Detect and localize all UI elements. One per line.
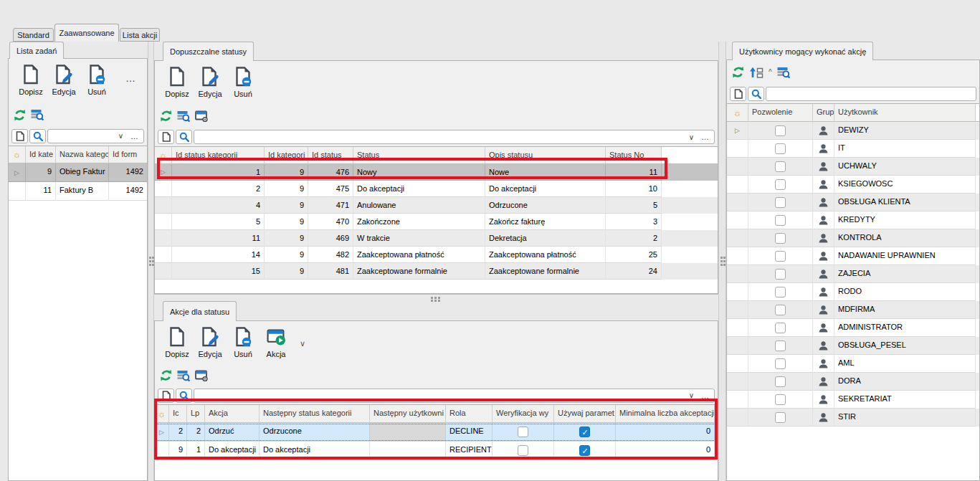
table-row[interactable]: 159481Zaakceptowane formalnieZaakceptowa… — [155, 263, 718, 280]
username-cell[interactable]: OBSŁUGA KLIENTA — [834, 194, 976, 211]
chevron-down-icon[interactable]: ∨ — [300, 325, 305, 348]
chevron-down-icon[interactable]: ∨ — [689, 391, 694, 399]
usun-button[interactable]: Usuń — [227, 65, 260, 98]
username-cell[interactable]: AML — [834, 355, 976, 373]
table-row[interactable]: 29475Do akceptacjiDo akceptacji10 — [155, 181, 718, 197]
column-header[interactable]: Id form — [109, 146, 147, 163]
table-row[interactable]: ▷DEWIZY — [727, 122, 979, 140]
username-cell[interactable]: ZAJECIA — [834, 265, 976, 283]
search-button[interactable] — [29, 129, 46, 143]
column-header[interactable]: Weryfikacja wy — [493, 405, 554, 423]
table-row[interactable]: DORA — [727, 373, 979, 391]
table-row[interactable]: 119469W trakcieDekretacja2 — [155, 230, 718, 247]
table-row[interactable]: 91Do akceptacjiDo akceptacjiRECIPIENT0 — [155, 442, 718, 460]
grid-search-icon[interactable] — [177, 110, 190, 122]
table-row[interactable]: ADMINISTRATOR — [727, 319, 979, 337]
checkbox-unchecked[interactable] — [775, 251, 786, 262]
table-row[interactable]: 149482Zaakceptowana płatnośćZaakceptowan… — [155, 247, 718, 263]
column-header[interactable]: Pozwolenie — [748, 104, 813, 122]
dopisz-button[interactable]: Dopisz — [14, 62, 47, 96]
tab-lista-zadan[interactable]: Lista zadań — [9, 42, 64, 59]
table-row[interactable]: STIR — [727, 409, 979, 427]
show-window-icon[interactable] — [195, 110, 208, 122]
column-header[interactable]: Id kategori — [265, 147, 308, 164]
usun-button[interactable]: Usuń — [80, 62, 113, 96]
table-row[interactable]: 11Faktury B1492 — [9, 182, 147, 201]
edycja-button[interactable]: Edycja — [194, 325, 227, 358]
search-button[interactable] — [176, 130, 192, 144]
table-row[interactable]: AML — [727, 355, 979, 373]
checkbox-checked[interactable] — [579, 427, 590, 437]
more-filter-button[interactable]: … — [701, 391, 710, 400]
username-cell[interactable]: OBSŁUGA_PESEL — [834, 337, 976, 355]
sort-hierarchy-icon[interactable] — [749, 66, 763, 78]
username-cell[interactable]: MDFIRMA — [834, 301, 976, 319]
table-row[interactable]: ▷22OdrzućOdrzuconeDECLINE0 — [155, 423, 718, 442]
column-header[interactable]: Minimalna liczba akceptacji — [616, 405, 715, 423]
checkbox-unchecked[interactable] — [775, 233, 786, 244]
new-filter-button[interactable] — [730, 87, 746, 101]
column-header[interactable]: Status — [353, 147, 485, 164]
customize-icon[interactable]: ☼ — [727, 104, 748, 122]
customize-icon[interactable]: ☼ — [9, 146, 26, 163]
checkbox-unchecked[interactable] — [775, 197, 786, 208]
tab-zaawansowane[interactable]: Zaawansowane — [54, 24, 119, 42]
tab-akcje-dla-statusu[interactable]: Akcje dla statusu — [163, 301, 237, 321]
column-header[interactable]: Id status — [308, 147, 353, 164]
customize-icon[interactable]: ☼ — [155, 147, 172, 164]
username-cell[interactable]: DEWIZY — [834, 122, 976, 140]
column-header[interactable]: Id status kategorii — [172, 147, 265, 164]
username-cell[interactable]: KONTROLA — [834, 229, 976, 247]
new-filter-button[interactable] — [158, 130, 174, 144]
tab-uzytkownicy[interactable]: Użytkownicy mogący wykonać akcję — [732, 42, 873, 60]
username-cell[interactable]: KSIEGOWOSC — [834, 176, 976, 194]
usun-button[interactable]: Usuń — [227, 325, 260, 358]
table-row[interactable]: OBSŁUGA_PESEL — [727, 337, 979, 355]
column-header[interactable]: Rola — [446, 405, 493, 423]
table-row[interactable]: KONTROLA — [727, 229, 979, 247]
column-header[interactable]: Używaj paramet — [554, 405, 616, 423]
refresh-icon[interactable] — [160, 369, 172, 381]
username-cell[interactable]: NADAWANIE UPRAWNIEN — [834, 247, 976, 265]
customize-icon[interactable]: ☼ — [155, 405, 169, 423]
table-row[interactable]: RODO — [727, 283, 979, 301]
column-header[interactable]: Lp — [187, 405, 205, 423]
checkbox-unchecked[interactable] — [775, 394, 786, 405]
username-cell[interactable]: STIR — [834, 409, 976, 427]
table-row[interactable]: OBSŁUGA KLIENTA — [727, 194, 979, 211]
column-header[interactable]: Ic — [169, 405, 187, 423]
more-filter-button[interactable]: … — [130, 132, 139, 141]
chevron-down-icon[interactable]: ∨ — [689, 133, 694, 141]
search-input[interactable]: ∨ … — [47, 129, 144, 143]
username-cell[interactable]: IT — [834, 140, 976, 158]
username-cell[interactable]: KREDYTY — [834, 211, 976, 229]
new-filter-button[interactable] — [158, 389, 174, 403]
column-header[interactable]: Następny użytkowni — [370, 405, 446, 423]
checkbox-unchecked[interactable] — [775, 323, 786, 333]
checkbox-unchecked[interactable] — [775, 340, 786, 351]
table-row[interactable]: 59470ZakończoneZakończ fakturę3 — [155, 214, 718, 230]
grid-search-icon[interactable] — [777, 67, 790, 78]
table-row[interactable]: 49471AnulowaneOdrzucone5 — [155, 197, 718, 214]
vertical-splitter[interactable] — [148, 42, 154, 481]
grid-search-icon[interactable] — [177, 370, 190, 381]
checkbox-unchecked[interactable] — [775, 412, 786, 423]
tab-lista-akcji[interactable]: Lista akcji — [120, 28, 160, 42]
column-header[interactable]: Następny status kategorii — [260, 405, 370, 423]
column-header[interactable]: Grup — [813, 104, 834, 122]
checkbox-unchecked[interactable] — [775, 161, 786, 172]
checkbox-checked[interactable] — [579, 445, 590, 456]
tab-dopuszczalne-statusy[interactable]: Dopuszczalne statusy — [163, 42, 254, 61]
collapse-icon[interactable]: ^ — [769, 68, 772, 76]
search-input[interactable] — [766, 87, 976, 101]
horizontal-splitter[interactable] — [154, 293, 718, 301]
new-filter-button[interactable] — [11, 129, 28, 143]
edycja-button[interactable]: Edycja — [47, 62, 80, 96]
checkbox-unchecked[interactable] — [518, 445, 528, 456]
column-header[interactable]: Nazwa katego — [56, 146, 109, 163]
refresh-icon[interactable] — [732, 66, 744, 78]
table-row[interactable]: ZAJECIA — [727, 265, 979, 283]
column-header[interactable]: Użytkownik — [834, 104, 976, 122]
table-row[interactable]: MDFIRMA — [727, 301, 979, 319]
dopisz-button[interactable]: Dopisz — [161, 65, 194, 98]
